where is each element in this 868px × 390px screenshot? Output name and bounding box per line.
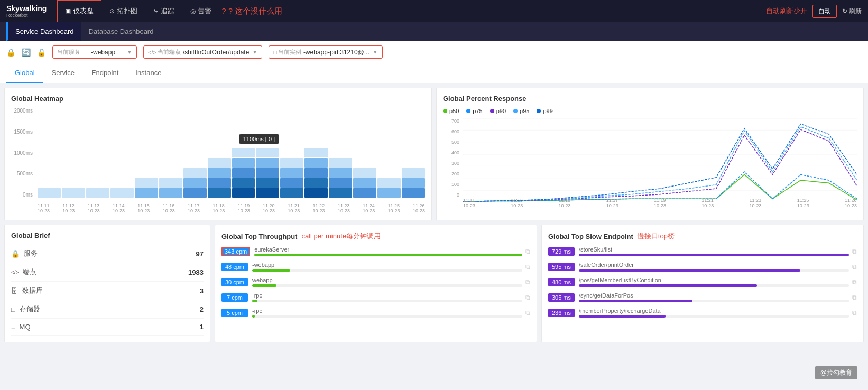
- heatmap-cell: [208, 128, 231, 137]
- service-chevron-icon: ▼: [127, 49, 132, 55]
- subnav-service[interactable]: Service: [43, 63, 83, 83]
- heatmap-cell: [208, 188, 231, 198]
- throughput-item-4: 5 cpm -rpc ⧉: [221, 308, 530, 318]
- heatmap-cell: [38, 148, 61, 157]
- heatmap-cell: [377, 168, 401, 178]
- p50-dot: [443, 109, 447, 113]
- throughput-title: Global Top Throughput: [221, 233, 297, 240]
- filter-lock2-icon[interactable]: 🔒: [37, 48, 46, 57]
- slow-copy-icon-0[interactable]: ⧉: [852, 248, 857, 255]
- heatmap-cell: [183, 118, 207, 127]
- heatmap-cell: [183, 158, 207, 168]
- lock-icon[interactable]: 🔒: [6, 48, 15, 57]
- service-icon: 🔒: [11, 250, 20, 258]
- heatmap-col-7: [208, 108, 231, 198]
- subnav-endpoint[interactable]: Endpoint: [83, 63, 127, 83]
- refresh-button[interactable]: ↻ 刷新: [842, 7, 862, 16]
- heatmap-col-14: [377, 108, 401, 198]
- nav-alert[interactable]: ◎ 告警: [182, 0, 219, 22]
- heatmap-cell: [304, 128, 328, 137]
- filter-bar: 🔒 🔄 🔒 当前服务 -webapp ▼ </> 当前端点 /shiftInOu…: [0, 41, 868, 63]
- heatmap-col-4: [135, 108, 158, 198]
- heatmap-cell: [402, 178, 425, 188]
- tab-service-dashboard[interactable]: Service Dashboard: [6, 22, 81, 41]
- bottom-panels: Global Brief 🔒 服务 97 </> 端点 1983 🗄 数据库: [4, 225, 864, 342]
- current-service-select[interactable]: 当前服务 -webapp ▼: [52, 45, 137, 59]
- heatmap-cell: [208, 158, 231, 168]
- slow-copy-icon-3[interactable]: ⧉: [852, 294, 857, 301]
- auto-refresh-annotation: 自动刷新少开: [766, 6, 807, 16]
- annotation-useless: ? ? 这个没什么用: [221, 6, 282, 16]
- heatmap-col-13: [353, 108, 376, 198]
- heatmap-cell: [304, 148, 328, 157]
- heatmap-cell: [208, 138, 231, 147]
- copy-icon-0[interactable]: ⧉: [525, 248, 530, 255]
- copy-icon-1[interactable]: ⧉: [525, 263, 530, 271]
- throughput-item-0: 343 cpm eurekaServer ⧉: [221, 246, 530, 256]
- nav-trace[interactable]: ⤷ 追踪: [145, 0, 182, 22]
- brief-item-service: 🔒 服务 97: [11, 245, 204, 263]
- slow-track-1: [579, 269, 849, 272]
- throughput-fill-4: [252, 315, 255, 318]
- heatmap-cell: [159, 148, 182, 157]
- heatmap-cell: [135, 188, 158, 198]
- throughput-bar-1: -webapp: [252, 262, 522, 272]
- heatmap-col-5: [159, 108, 182, 198]
- heatmap-cell: [402, 138, 425, 147]
- heatmap-cell: [62, 188, 85, 198]
- slow-copy-icon-4[interactable]: ⧉: [852, 309, 857, 317]
- heatmap-cell: [38, 178, 61, 188]
- heatmap-col-1: [62, 108, 85, 198]
- heatmap-cell: [256, 118, 279, 127]
- heatmap-cell: [208, 118, 231, 127]
- slow-copy-icon-1[interactable]: ⧉: [852, 263, 857, 271]
- nav-topology[interactable]: ⊙ 拓扑图: [101, 0, 145, 22]
- db-icon: 🗄: [11, 287, 18, 295]
- heatmap-col-9: [256, 108, 279, 198]
- heatmap-cell: [208, 148, 231, 157]
- brand-name: Skywalking: [6, 4, 47, 13]
- tab-database-dashboard[interactable]: Database Dashboard: [81, 22, 161, 41]
- heatmap-cell: [280, 178, 303, 188]
- slow-bar-3: /sync/getDataForPos: [579, 292, 849, 302]
- cpm-badge-4: 5 cpm: [221, 309, 248, 317]
- copy-icon-3[interactable]: ⧉: [525, 294, 530, 301]
- heatmap-cell: [110, 168, 134, 178]
- throughput-fill-3: [252, 300, 257, 302]
- heatmap-cell: [86, 188, 109, 198]
- slow-item-0: 729 ms /storeSku/list ⧉: [548, 246, 857, 256]
- heatmap-cell: [353, 158, 376, 168]
- slow-fill-2: [579, 284, 757, 287]
- heatmap-cell: [377, 178, 401, 188]
- heatmap-cell: [135, 138, 158, 147]
- slow-fill-4: [579, 315, 666, 318]
- current-endpoint-select[interactable]: </> 当前端点 /shiftInOutOrder/update ▼: [143, 45, 262, 59]
- heatmap-cell: [304, 118, 328, 127]
- nav-dashboard[interactable]: ▣ 仪表盘: [57, 0, 101, 22]
- sub-navbar: Global Service Endpoint Instance: [0, 63, 868, 83]
- current-instance-select[interactable]: □ 当前实例 -webapp-pid:31210@... ▼: [269, 45, 383, 59]
- legend-p90: p90: [490, 108, 506, 114]
- subnav-instance[interactable]: Instance: [127, 63, 170, 83]
- tab-database-label: Database Dashboard: [89, 27, 154, 35]
- brief-title: Global Brief: [11, 231, 204, 239]
- storage-count: 2: [200, 305, 204, 313]
- copy-icon-2[interactable]: ⧉: [525, 278, 530, 286]
- filter-refresh-icon[interactable]: 🔄: [22, 48, 31, 57]
- top-navbar: Skywalking Rocketbot ▣ 仪表盘 ⊙ 拓扑图 ⤷ 追踪 ◎ …: [0, 0, 868, 22]
- auto-button[interactable]: 自动: [812, 5, 837, 18]
- throughput-track-2: [252, 284, 522, 287]
- slow-bar-1: /saleOrder/printOrder: [579, 262, 849, 272]
- subnav-global[interactable]: Global: [6, 63, 43, 83]
- copy-icon-4[interactable]: ⧉: [525, 309, 530, 317]
- current-endpoint-value: /shiftInOutOrder/update: [183, 49, 249, 56]
- slow-copy-icon-2[interactable]: ⧉: [852, 278, 857, 286]
- heatmap-col-8: [232, 108, 255, 198]
- heatmap-cell: [62, 148, 85, 157]
- heatmap-cell: [208, 178, 231, 188]
- heatmap-cell: [135, 178, 158, 188]
- brief-item-mq: ≡ MQ 1: [11, 319, 204, 336]
- brief-list: 🔒 服务 97 </> 端点 1983 🗄 数据库 3: [11, 245, 204, 336]
- slow-item-2: 480 ms /pos/getMemberListByCondition ⧉: [548, 277, 857, 287]
- heatmap-cell: [280, 128, 303, 137]
